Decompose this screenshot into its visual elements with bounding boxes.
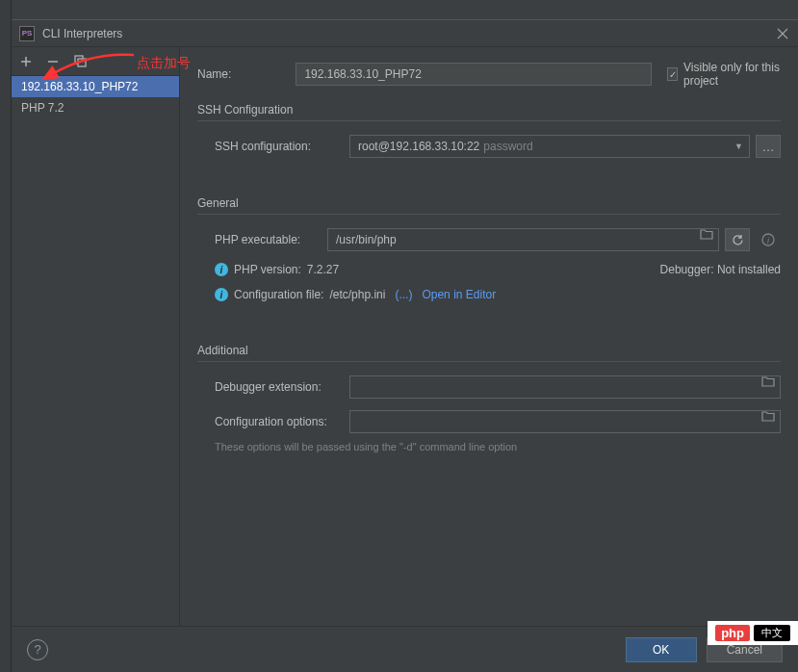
config-opts-input[interactable] <box>349 410 781 433</box>
svg-text:i: i <box>767 236 770 246</box>
info-button[interactable]: i <box>756 228 781 251</box>
ssh-config-dropdown[interactable]: root@192.168.33.10:22 password ▼ <box>349 135 750 158</box>
php-logo: php <box>715 625 750 641</box>
config-file-ellipsis[interactable]: (...) <box>395 288 412 301</box>
general-section-title: General <box>197 193 781 215</box>
close-icon[interactable] <box>775 26 790 41</box>
additional-section-title: Additional <box>197 340 781 362</box>
phpstorm-icon: PS <box>19 26 35 41</box>
ssh-config-value: root@192.168.33.10:22 <box>358 140 479 153</box>
ssh-browse-button[interactable]: … <box>756 135 781 158</box>
dialog-footer: ? OK Cancel <box>12 626 798 672</box>
main-content: Name: ✓ Visible only for this project SS… <box>180 47 798 626</box>
checkbox-icon: ✓ <box>667 67 678 81</box>
info-icon: i <box>215 263 228 276</box>
visible-only-checkbox[interactable]: ✓ Visible only for this project <box>667 61 781 88</box>
interpreter-list: 192.168.33.10_PHP72 PHP 7.2 <box>12 76 179 626</box>
visible-only-label: Visible only for this project <box>683 61 781 88</box>
edit-icon[interactable] <box>761 410 775 425</box>
cli-interpreters-dialog: PS CLI Interpreters 点击加号 <box>12 19 798 672</box>
chevron-down-icon: ▼ <box>734 142 743 151</box>
config-file-label: Configuration file: <box>234 288 323 301</box>
php-executable-label: PHP executable: <box>197 233 327 246</box>
name-input[interactable] <box>296 63 652 86</box>
list-item[interactable]: PHP 7.2 <box>12 97 179 118</box>
watermark-cn: 中文 <box>754 625 790 641</box>
add-icon[interactable] <box>17 53 35 70</box>
php-version-label: PHP version: <box>234 263 301 276</box>
sidebar: 192.168.33.10_PHP72 PHP 7.2 <box>12 47 180 626</box>
debugger-ext-input[interactable] <box>349 375 781 399</box>
debugger-label: Debugger: <box>660 263 714 276</box>
debugger-ext-label: Debugger extension: <box>197 380 349 394</box>
folder-icon[interactable] <box>700 228 713 243</box>
annotation-arrow <box>42 47 139 86</box>
title-bar: PS CLI Interpreters <box>12 20 798 47</box>
name-label: Name: <box>197 67 296 81</box>
dialog-title: CLI Interpreters <box>42 27 775 40</box>
config-opts-label: Configuration options: <box>197 415 349 428</box>
watermark: php 中文 <box>708 621 798 645</box>
config-opts-hint: These options will be passed using the "… <box>197 441 781 452</box>
ssh-section-title: SSH Configuration <box>197 99 781 121</box>
config-file-value: /etc/php.ini <box>329 288 385 301</box>
php-executable-input[interactable] <box>327 228 719 251</box>
help-button[interactable]: ? <box>27 639 48 660</box>
ssh-config-label: SSH configuration: <box>197 140 327 153</box>
debugger-value: Not installed <box>717 263 781 276</box>
ssh-config-hint: password <box>483 140 532 153</box>
reload-button[interactable] <box>725 228 750 251</box>
php-version-value: 7.2.27 <box>307 263 339 276</box>
info-icon: i <box>215 288 228 301</box>
open-in-editor-link[interactable]: Open in Editor <box>422 288 496 301</box>
ok-button[interactable]: OK <box>626 637 697 662</box>
folder-icon[interactable] <box>761 375 775 390</box>
annotation-text: 点击加号 <box>137 55 191 72</box>
